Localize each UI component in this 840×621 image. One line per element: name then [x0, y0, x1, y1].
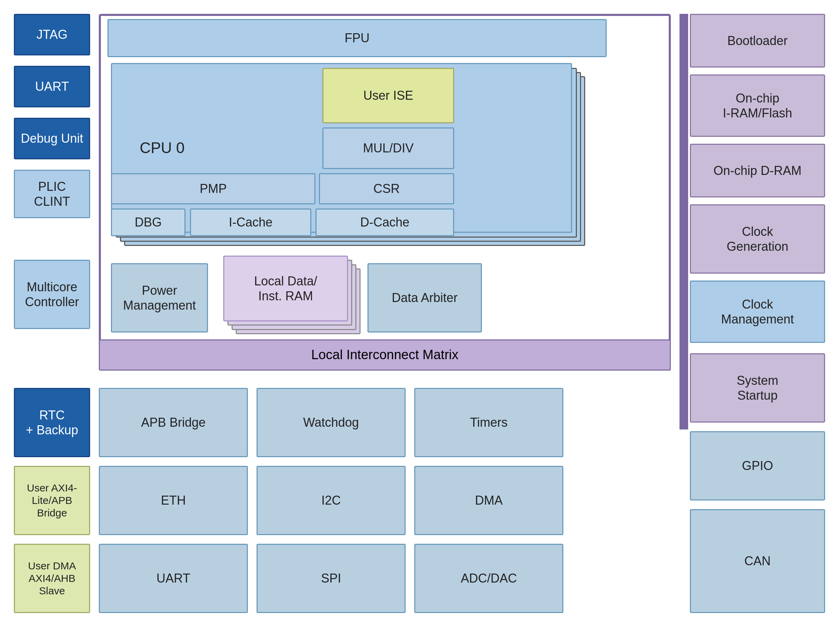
power-mgmt-block: Power Management	[111, 263, 208, 333]
fpu-block: FPU	[108, 19, 607, 57]
jtag-block: JTAG	[14, 14, 90, 55]
local-interconnect-block: Local Interconnect Matrix	[99, 339, 671, 371]
onchip-dram-block: On-chip D-RAM	[690, 144, 825, 197]
data-arbiter-block: Data Arbiter	[368, 263, 482, 333]
multicore-block: Multicore Controller	[14, 260, 90, 329]
debug-unit-block: Debug Unit	[14, 118, 90, 159]
timers-block: Timers	[414, 388, 564, 457]
local-data-ram-block: Local Data/ Inst. RAM	[223, 256, 348, 321]
pmp-block: PMP	[111, 173, 316, 204]
spi-block: SPI	[257, 544, 406, 613]
dbg-block: DBG	[111, 209, 185, 236]
watchdog-block: Watchdog	[257, 388, 406, 457]
mul-div-block: MUL/DIV	[322, 127, 454, 169]
dcache-block: D-Cache	[316, 209, 454, 236]
onchip-iram-block: On-chip I-RAM/Flash	[690, 74, 825, 137]
gpio-block: GPIO	[690, 431, 825, 500]
apb-bridge-block: APB Bridge	[99, 388, 248, 457]
diagram: JTAG UART Debug Unit PLIC CLINT Multicor…	[0, 0, 840, 621]
csr-block: CSR	[319, 173, 454, 204]
clock-gen-block: Clock Generation	[690, 204, 825, 274]
rtc-backup-block: RTC + Backup	[14, 388, 90, 457]
eth-block: ETH	[99, 466, 248, 535]
clock-mgmt-block: Clock Management	[690, 280, 825, 343]
icache-block: I-Cache	[190, 209, 311, 236]
dma-block: DMA	[414, 466, 564, 535]
system-startup-block: System Startup	[690, 353, 825, 423]
can-block: CAN	[690, 509, 825, 613]
user-ise-block: User ISE	[322, 68, 454, 123]
uart-left-block: UART	[14, 66, 90, 108]
bootloader-block: Bootloader	[690, 14, 825, 68]
i2c-block: I2C	[257, 466, 406, 535]
plic-clint-block: PLIC CLINT	[14, 170, 90, 218]
user-axi-apb-block: User AXI4-Lite/APB Bridge	[14, 466, 90, 535]
adc-dac-block: ADC/DAC	[414, 544, 564, 613]
uart-bottom-block: UART	[99, 544, 248, 613]
user-dma-block: User DMA AXI4/AHB Slave	[14, 544, 90, 613]
